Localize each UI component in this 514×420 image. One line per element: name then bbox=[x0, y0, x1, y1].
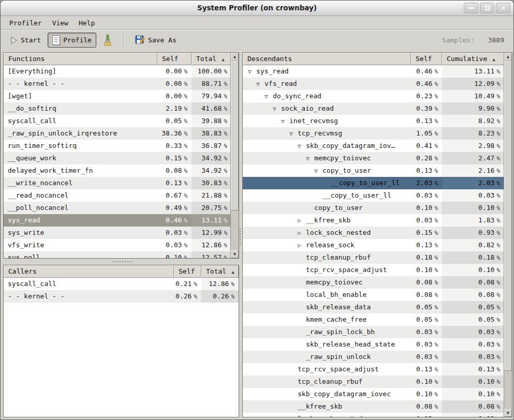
table-row[interactable]: __do_softirq2.19%41.68% bbox=[4, 102, 231, 115]
table-row[interactable]: _raw_spin_unlock_irqrestore38.36%38.83% bbox=[4, 127, 231, 140]
save-as-button[interactable]: Save As bbox=[130, 33, 181, 48]
tree-row[interactable]: __kfree_skb0.08%0.08% bbox=[243, 400, 504, 413]
tree-row[interactable]: tcp_rcv_space_adjust0.13%0.13% bbox=[243, 363, 504, 376]
percent-sign: % bbox=[434, 254, 438, 261]
tree-row[interactable]: __copy_to_user_ll0.03%0.03% bbox=[243, 189, 504, 202]
descendants-scrollbar[interactable]: ▲ ▼ bbox=[504, 53, 512, 417]
expander-open-icon[interactable]: ▽ bbox=[281, 115, 289, 127]
titlebar[interactable]: System Profiler (on crownbay) ✕ bbox=[1, 1, 513, 16]
expander-closed-icon[interactable]: ▷ bbox=[298, 227, 306, 239]
tree-row[interactable]: _raw_spin_unlock0.03%0.03% bbox=[243, 351, 504, 363]
callers-self-header[interactable]: Self bbox=[174, 265, 201, 278]
tree-row[interactable]: kmem_cache_free0.05%0.05% bbox=[243, 313, 504, 326]
minimize-button[interactable] bbox=[464, 3, 478, 13]
tree-row[interactable]: tcp_cleanup_rbuf0.10%0.10% bbox=[243, 376, 504, 388]
table-row[interactable]: __poll_nocancel0.49%20.75% bbox=[4, 202, 231, 214]
expander-open-icon[interactable]: ▽ bbox=[248, 66, 256, 78]
table-row[interactable]: - - kernel - -0.00%88.71% bbox=[4, 78, 231, 90]
tree-row[interactable]: skb_release_head_state0.03%0.03% bbox=[243, 338, 504, 351]
table-row[interactable]: __write_nocancel0.13%30.83% bbox=[4, 177, 231, 189]
table-row[interactable]: syscall_call0.05%39.88% bbox=[4, 115, 231, 127]
table-row[interactable]: sys_write0.03%12.99% bbox=[4, 227, 231, 239]
tree-row[interactable]: ▽tcp_recvmsg1.05%8.23% bbox=[243, 127, 504, 140]
percent-cell: 0.03% bbox=[411, 214, 442, 227]
percent-cell: 0.03% bbox=[411, 338, 442, 351]
scroll-down-icon[interactable]: ▼ bbox=[504, 409, 512, 417]
callers-name-header[interactable]: Callers bbox=[4, 265, 174, 278]
tree-row[interactable]: ▽do_sync_read0.23%10.49% bbox=[243, 90, 504, 102]
tree-row[interactable]: local_bh_enable0.08%0.08% bbox=[243, 289, 504, 301]
tree-row[interactable]: ▽sys_read0.46%13.11% bbox=[243, 65, 504, 78]
percent-cell: 0.46% bbox=[411, 78, 442, 90]
descendants-cumulative-header[interactable]: Cumulative▲ bbox=[442, 53, 504, 65]
expander-open-icon[interactable]: ▽ bbox=[289, 128, 298, 140]
tree-row[interactable]: _raw_spin_lock_bh0.03%0.03% bbox=[243, 326, 504, 338]
tree-row[interactable]: lock_sock_nested0.03%0.03% bbox=[243, 413, 504, 417]
descendants-name-header[interactable]: Descendants bbox=[243, 53, 411, 65]
table-row[interactable]: vfs_write0.03%12.86% bbox=[4, 239, 231, 251]
scroll-up-icon[interactable]: ▲ bbox=[231, 53, 239, 61]
expander-open-icon[interactable]: ▽ bbox=[306, 153, 314, 164]
vertical-splitter-handle[interactable] bbox=[239, 228, 242, 247]
function-name-cell: sys_read bbox=[4, 214, 157, 227]
percent-sign: % bbox=[184, 143, 187, 149]
tree-row[interactable]: memcpy_toiovec0.08%0.08% bbox=[243, 276, 504, 289]
tree-row[interactable]: ▽inet_recvmsg0.13%8.92% bbox=[243, 115, 504, 127]
expander-closed-icon[interactable]: ▷ bbox=[298, 239, 306, 251]
table-row[interactable]: __read_nocancel0.67%21.88% bbox=[4, 189, 231, 202]
table-row[interactable]: run_timer_softirq0.33%36.87% bbox=[4, 140, 231, 152]
expander-open-icon[interactable]: ▽ bbox=[314, 165, 322, 177]
expander-closed-icon[interactable]: ▷ bbox=[298, 215, 306, 227]
callers-total-header[interactable]: Total▲ bbox=[201, 265, 239, 278]
tree-row[interactable]: skb_copy_datagram_iovec0.10%0.10% bbox=[243, 388, 504, 400]
table-row[interactable]: - - kernel - -0.26%0.26% bbox=[4, 290, 239, 303]
tree-row[interactable]: ▽skb_copy_datagram_iov…0.41%2.98% bbox=[243, 140, 504, 152]
functions-scroll-thumb[interactable] bbox=[231, 61, 239, 211]
close-button[interactable]: ✕ bbox=[496, 3, 510, 13]
tree-row[interactable]: copy_to_user0.10%0.10% bbox=[243, 202, 504, 214]
tree-row[interactable]: tcp_cleanup_rbuf0.18%0.18% bbox=[243, 251, 504, 264]
functions-total-header[interactable]: Total▲ bbox=[192, 53, 231, 65]
tree-row[interactable]: ▽copy_to_user0.13%2.16% bbox=[243, 164, 504, 177]
tree-row[interactable]: ▷release_sock0.13%0.82% bbox=[243, 239, 504, 251]
descendants-scroll-thumb[interactable] bbox=[504, 61, 512, 371]
callers-header-row: Callers Self Total▲ bbox=[4, 265, 239, 278]
descendants-self-header[interactable]: Self bbox=[411, 53, 442, 65]
expander-open-icon[interactable]: ▽ bbox=[265, 91, 273, 102]
reset-button[interactable] bbox=[98, 32, 117, 49]
tree-row[interactable]: ▽sock_aio_read0.39%9.90% bbox=[243, 102, 504, 115]
menu-view[interactable]: View bbox=[48, 18, 73, 28]
table-row[interactable]: [Everything]0.00%100.00% bbox=[4, 65, 231, 78]
percent-cell: 0.08% bbox=[411, 276, 442, 289]
table-row[interactable]: sys_read0.46%13.11% bbox=[4, 214, 231, 227]
table-row[interactable]: syscall_call0.21%12.86% bbox=[4, 278, 239, 290]
expander-open-icon[interactable]: ▽ bbox=[273, 103, 281, 115]
expander-open-icon[interactable]: ▽ bbox=[298, 140, 306, 152]
table-row[interactable]: delayed_work_timer_fn0.08%34.92% bbox=[4, 164, 231, 177]
tree-row[interactable]: ▽memcpy_toiovec0.28%2.47% bbox=[243, 152, 504, 164]
table-row[interactable]: [wget]0.00%79.94% bbox=[4, 90, 231, 102]
scroll-down-icon[interactable]: ▼ bbox=[231, 250, 239, 258]
tree-row[interactable]: skb_release_data0.05%0.05% bbox=[243, 301, 504, 313]
functions-name-header[interactable]: Functions bbox=[4, 53, 157, 65]
tree-row[interactable]: ▷lock_sock_nested0.15%0.93% bbox=[243, 227, 504, 239]
percent-cell: 1.05% bbox=[411, 127, 442, 140]
functions-self-header[interactable]: Self bbox=[157, 53, 192, 65]
horizontal-splitter-handle[interactable] bbox=[111, 260, 133, 263]
start-button[interactable]: Start bbox=[6, 34, 46, 47]
percent-cell: 0.00% bbox=[157, 90, 192, 102]
profile-toggle-button[interactable]: Profile bbox=[48, 33, 96, 48]
tree-row[interactable]: ▽vfs_read0.46%12.09% bbox=[243, 78, 504, 90]
menu-profiler[interactable]: Profiler bbox=[5, 18, 47, 28]
maximize-button[interactable] bbox=[480, 3, 494, 13]
table-row[interactable]: __queue_work0.15%34.92% bbox=[4, 152, 231, 164]
expander-open-icon[interactable]: ▽ bbox=[256, 78, 265, 90]
percent-sign: % bbox=[496, 366, 500, 373]
tree-row[interactable]: ▷__kfree_skb0.03%1.83% bbox=[243, 214, 504, 227]
tree-row[interactable]: tcp_rcv_space_adjust0.10%0.10% bbox=[243, 264, 504, 276]
table-row[interactable]: sys_poll0.10%12.57% bbox=[4, 251, 231, 259]
functions-scrollbar[interactable]: ▲ ▼ bbox=[230, 53, 239, 258]
menu-help[interactable]: Help bbox=[74, 18, 99, 28]
tree-row[interactable]: __copy_to_user_ll2.03%2.03% bbox=[243, 177, 504, 189]
scroll-up-icon[interactable]: ▲ bbox=[504, 53, 512, 61]
